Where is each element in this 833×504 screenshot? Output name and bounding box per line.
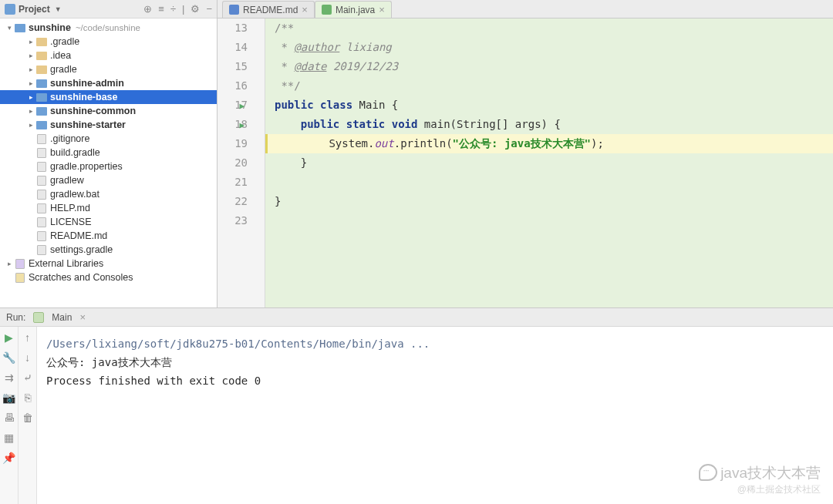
run-config-name[interactable]: Main [52, 312, 72, 323]
clear-icon[interactable]: 🗑 [22, 412, 33, 424]
layout-icon[interactable]: ▦ [4, 432, 14, 444]
expand-arrow-icon[interactable]: ▾ [5, 24, 14, 32]
expand-arrow-icon[interactable]: ▸ [26, 121, 35, 129]
tree-item[interactable]: ▾sunshine~/code/sunshine [0, 21, 217, 35]
tree-item-label: External Libraries [29, 258, 103, 269]
tree-item[interactable]: Scratches and Consoles [0, 270, 217, 284]
tree-item-label: gradlew.bat [50, 189, 99, 200]
editor-tab[interactable]: README.md× [222, 1, 315, 18]
file-tree-icon [35, 217, 47, 227]
expand-arrow-icon[interactable]: ▸ [26, 93, 35, 101]
rerun-icon[interactable]: ▶ [5, 331, 13, 344]
close-icon[interactable]: × [379, 4, 385, 15]
file-tree-icon [35, 244, 47, 255]
camera-icon[interactable]: 📷 [2, 391, 15, 404]
file-tree-icon [14, 272, 25, 283]
code-line[interactable] [275, 173, 833, 192]
tree-item-label: sunshine-base [50, 92, 118, 102]
tree-item[interactable]: ▸sunshine-starter [0, 118, 217, 132]
code-line[interactable]: public class Main { [275, 96, 833, 115]
tree-item[interactable]: build.gradle [0, 146, 217, 160]
soft-wrap-icon[interactable]: ⤶ [23, 371, 32, 384]
run-gutter-icon[interactable]: ▶ [239, 115, 245, 134]
file-tree-icon [35, 64, 47, 75]
gutter-line[interactable]: 15 [218, 57, 248, 76]
tree-item-label: sunshine-common [50, 106, 136, 116]
tree-item[interactable]: ▸sunshine-admin [0, 76, 217, 90]
gutter-line[interactable]: 16 [218, 76, 248, 96]
code-line[interactable]: } [275, 153, 833, 173]
gutter-line[interactable]: 18▶ [218, 115, 248, 134]
code-line[interactable]: public static void main(String[] args) { [275, 115, 833, 134]
chevron-down-icon[interactable]: ▼ [55, 5, 62, 13]
hide-icon[interactable]: − [206, 3, 212, 15]
expand-arrow-icon[interactable]: ▸ [26, 38, 35, 45]
tree-item-label: Scratches and Consoles [29, 272, 133, 283]
file-tree-icon [35, 119, 47, 130]
close-icon[interactable]: × [79, 311, 86, 323]
tree-item[interactable]: ▸.gradle [0, 35, 217, 49]
code-content[interactable]: /** * @author lixiang * @date 2019/12/23… [265, 18, 833, 307]
expand-arrow-icon[interactable]: ▸ [26, 107, 35, 115]
close-icon[interactable]: × [302, 4, 308, 15]
file-tree-icon [35, 36, 47, 47]
tree-item[interactable]: LICENSE [0, 215, 217, 229]
run-gutter-icon[interactable]: ▶ [239, 96, 245, 115]
expand-arrow-icon[interactable]: ▸ [5, 260, 14, 267]
scroll-icon[interactable]: ⎘ [25, 391, 31, 404]
console-line: /Users/lixiang/soft/jdk8u275-b01/Content… [46, 334, 824, 353]
tree-item-label: gradlew [50, 175, 84, 186]
code-line[interactable]: * @date 2019/12/23 [275, 57, 833, 76]
tree-item[interactable]: ▸.idea [0, 49, 217, 62]
tree-item[interactable]: gradlew.bat [0, 187, 217, 201]
gutter-line[interactable]: 19 [218, 134, 248, 153]
project-title[interactable]: Project [19, 4, 50, 15]
tree-item[interactable]: ▸sunshine-common [0, 104, 217, 118]
expand-arrow-icon[interactable]: ▸ [26, 52, 35, 59]
file-tree-icon [35, 175, 47, 186]
code-line[interactable]: } [275, 192, 833, 211]
tree-item[interactable]: .gitignore [0, 132, 217, 146]
code-editor[interactable]: 1314151617▶18▶1920212223 /** * @author l… [218, 18, 833, 307]
run-config-icon [33, 312, 44, 323]
tree-item[interactable]: gradle.properties [0, 160, 217, 173]
tree-item[interactable]: HELP.md [0, 201, 217, 215]
file-tree-icon [35, 189, 47, 200]
tree-item[interactable]: README.md [0, 229, 217, 243]
expand-arrow-icon[interactable]: ▸ [26, 79, 35, 87]
gutter-line[interactable]: 20 [218, 153, 248, 173]
gutter-line[interactable]: 22 [218, 192, 248, 211]
project-tree[interactable]: ▾sunshine~/code/sunshine▸.gradle▸.idea▸g… [0, 18, 217, 307]
pin-icon[interactable]: 📌 [2, 452, 15, 464]
up-icon[interactable]: ↑ [25, 331, 30, 344]
gear-icon[interactable]: ⚙ [191, 3, 200, 15]
gutter-line[interactable]: 23 [218, 211, 248, 230]
expand-arrow-icon[interactable]: ▸ [26, 66, 35, 73]
settings-icon[interactable]: ⇉ [5, 371, 14, 384]
code-line[interactable]: * @author lixiang [275, 38, 833, 57]
expand-icon[interactable]: ≡ [158, 3, 164, 15]
tree-item[interactable]: ▸gradle [0, 62, 217, 76]
tree-item[interactable]: gradlew [0, 173, 217, 187]
gutter-line[interactable]: 17▶ [218, 96, 248, 115]
tree-item-label: settings.gradle [50, 244, 113, 255]
console-output[interactable]: /Users/lixiang/soft/jdk8u275-b01/Content… [37, 327, 833, 504]
wrench-icon[interactable]: 🔧 [2, 351, 15, 364]
gutter-line[interactable]: 13 [218, 18, 248, 38]
code-line[interactable]: /** [275, 18, 833, 38]
code-line[interactable] [275, 211, 833, 230]
gutter[interactable]: 1314151617▶18▶1920212223 [218, 18, 265, 307]
print-icon[interactable]: 🖶 [4, 412, 15, 424]
gutter-line[interactable]: 21 [218, 173, 248, 192]
editor-tab[interactable]: Main.java× [315, 1, 392, 18]
tree-item[interactable]: ▸External Libraries [0, 257, 217, 270]
code-line[interactable]: **/ [275, 76, 833, 96]
tree-item[interactable]: ▸sunshine-base [0, 90, 217, 104]
collapse-icon[interactable]: ÷ [170, 3, 176, 15]
code-line[interactable]: System.out.println("公众号: java技术大本营"); [265, 134, 833, 153]
down-icon[interactable]: ↓ [25, 351, 30, 364]
tree-item[interactable]: settings.gradle [0, 243, 217, 257]
locate-icon[interactable]: ⊕ [143, 3, 152, 15]
gutter-line[interactable]: 14 [218, 38, 248, 57]
console-line: 公众号: java技术大本营 [46, 353, 824, 371]
